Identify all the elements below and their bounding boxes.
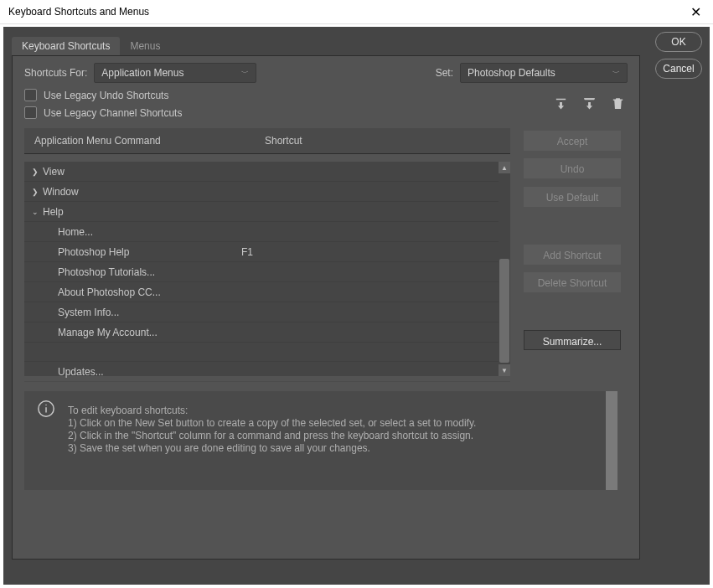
close-icon[interactable]: ✕ [687,3,705,22]
window-title: Keyboard Shortcuts and Menus [8,6,687,18]
tree-help-about[interactable]: About Photoshop CC... [24,282,510,302]
tree-help-account[interactable]: Manage My Account... [24,322,510,343]
info-scrollbar[interactable] [606,391,617,490]
info-text: To edit keyboard shortcuts: 1) Click on … [68,391,606,490]
top-row: Shortcuts For: Application Menus ﹀ Set: … [13,56,639,86]
chevron-right-icon: ❯ [28,168,43,176]
tree-help-tutorials[interactable]: Photoshop Tutorials... [24,262,510,282]
undo-button[interactable]: Undo [524,158,621,178]
svg-rect-0 [584,98,595,99]
delete-set-icon[interactable] [609,95,626,111]
shortcuts-for-label: Shortcuts For: [24,67,87,79]
shortcuts-for-value: Application Menus [101,67,183,79]
tabs: Keyboard Shortcuts Menus [12,37,640,55]
col-command: Application Menu Command [34,135,265,147]
dialog-body: OK Cancel Keyboard Shortcuts Menus Short… [3,27,710,585]
legacy-undo-label: Use Legacy Undo Shortcuts [44,90,168,101]
tab-keyboard-shortcuts[interactable]: Keyboard Shortcuts [12,37,120,55]
tree-separator [24,343,510,362]
commands-scrollbar[interactable]: ▲ ▼ [499,162,510,376]
info-line-0: To edit keyboard shortcuts: [68,405,597,417]
shortcuts-for-select[interactable]: Application Menus ﹀ [94,63,256,83]
chevron-right-icon: ❯ [28,188,43,196]
tree-view[interactable]: ❯ View [24,162,510,182]
tree-window[interactable]: ❯ Window [24,182,510,202]
accept-button[interactable]: Accept [524,131,621,151]
set-icons [552,95,626,111]
tab-menus[interactable]: Menus [120,37,170,55]
legacy-channel-label: Use Legacy Channel Shortcuts [44,107,182,119]
main-panel: Keyboard Shortcuts Menus Shortcuts For: … [12,37,640,565]
delete-shortcut-button[interactable]: Delete Shortcut [524,272,621,292]
tree-help-sysinfo[interactable]: System Info... [24,302,510,322]
set-select[interactable]: Photoshop Defaults ﹀ [460,63,628,83]
legacy-undo-checkbox[interactable] [24,89,37,101]
commands-list[interactable]: ❯ View ❯ Window ⌄ Help Home... [24,162,510,376]
scroll-down-icon[interactable]: ▼ [499,364,510,376]
chevron-down-icon: ⌄ [28,208,43,216]
legacy-undo-row: Use Legacy Undo Shortcuts [13,86,639,104]
info-box: To edit keyboard shortcuts: 1) Click on … [24,391,617,490]
legacy-channel-checkbox[interactable] [24,106,37,119]
svg-point-3 [45,405,46,405]
legacy-channel-row: Use Legacy Channel Shortcuts [13,104,639,121]
cancel-button[interactable]: Cancel [655,59,702,79]
chevron-down-icon: ﹀ [241,68,249,79]
tree-help-home[interactable]: Home... [24,222,510,242]
col-shortcut: Shortcut [265,135,302,147]
add-shortcut-button[interactable]: Add Shortcut [524,245,621,265]
info-icon [24,391,68,490]
tree-help-updates[interactable]: Updates... [24,362,510,382]
commands-area: Application Menu Command Shortcut ❯ View… [24,128,510,379]
info-line-1: 1) Click on the New Set button to create… [68,417,597,430]
scroll-thumb[interactable] [499,259,509,363]
title-bar: Keyboard Shortcuts and Menus ✕ [0,0,713,24]
info-line-3: 3) Save the set when you are done editin… [68,442,597,455]
set-label: Set: [436,67,453,79]
use-default-button[interactable]: Use Default [524,187,621,207]
save-set-icon[interactable] [581,95,597,111]
dialog-buttons: OK Cancel [651,32,706,85]
scroll-up-icon[interactable]: ▲ [499,162,510,173]
tree-help-photoshop-help[interactable]: Photoshop Help F1 [24,242,510,262]
commands-header: Application Menu Command Shortcut [24,128,510,154]
new-set-icon[interactable] [552,95,569,111]
set-value: Photoshop Defaults [468,67,555,79]
ok-button[interactable]: OK [655,32,702,52]
tree-help[interactable]: ⌄ Help [24,202,510,222]
summarize-button[interactable]: Summarize... [524,330,621,350]
info-line-2: 2) Click in the "Shortcut" column for a … [68,430,597,442]
chevron-down-icon: ﹀ [612,68,620,79]
panel-body: Shortcuts For: Application Menus ﹀ Set: … [12,55,640,560]
